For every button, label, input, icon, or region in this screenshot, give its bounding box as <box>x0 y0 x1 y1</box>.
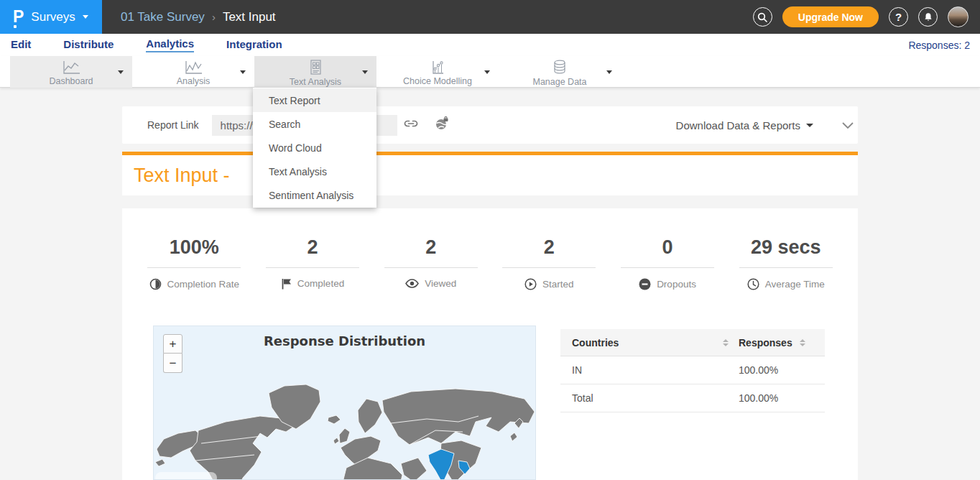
chevron-down-icon <box>806 124 813 127</box>
tab-text-analysis[interactable]: Text Analysis <box>254 56 376 88</box>
page-title: Text Input - <box>134 165 230 187</box>
eye-icon <box>405 279 419 288</box>
search-button[interactable] <box>753 7 772 27</box>
brand-menu[interactable]: P Surveys <box>0 0 102 34</box>
divider <box>266 267 359 268</box>
database-icon <box>551 59 568 76</box>
analytics-summary-card: 100% Completion Rate 2 Completed 2 Viewe… <box>122 208 858 480</box>
sort-icon[interactable] <box>800 339 805 346</box>
breadcrumb-separator: › <box>212 11 216 23</box>
column-header-responses[interactable]: Responses <box>739 337 825 349</box>
countries-table: Countries Responses IN 100.00% Total 100… <box>560 329 825 412</box>
divider <box>502 267 596 268</box>
map-zoom-in-button[interactable]: + <box>163 334 182 354</box>
table-row: Total 100.00% <box>560 384 825 412</box>
stat-label: Dropouts <box>657 279 696 290</box>
breadcrumb: 01 Take Survey › Text Input <box>121 10 276 24</box>
user-avatar[interactable] <box>948 6 969 27</box>
divider <box>147 267 241 268</box>
help-button[interactable]: ? <box>889 7 908 27</box>
tab-manage-data[interactable]: Manage Data <box>499 56 621 88</box>
stat-label: Viewed <box>425 278 456 289</box>
copy-link-icon[interactable] <box>403 117 419 133</box>
collapse-panel-chevron-icon[interactable] <box>842 119 854 131</box>
menu-item-text-analysis[interactable]: Text Analysis <box>253 160 376 183</box>
world-map[interactable] <box>154 380 536 480</box>
country-cell: Total <box>560 392 739 404</box>
play-circle-icon <box>524 278 537 290</box>
stat-value: 2 <box>425 237 436 259</box>
chevron-down-icon[interactable] <box>484 70 490 74</box>
tab-label: Text Analysis <box>290 77 341 87</box>
download-data-reports-dropdown[interactable]: Download Data & Reports <box>676 119 813 131</box>
responses-cell: 100.00% <box>739 392 825 404</box>
bell-icon <box>923 12 933 22</box>
breadcrumb-current-page: Text Input <box>223 10 276 24</box>
chevron-down-icon[interactable] <box>240 70 246 74</box>
nav-item-distribute[interactable]: Distribute <box>63 38 114 52</box>
analytics-toolbar: Dashboard Analysis Text Analysis Choice … <box>0 56 980 88</box>
sort-icon[interactable] <box>723 339 729 346</box>
upgrade-now-button[interactable]: Upgrade Now <box>782 6 879 27</box>
menu-item-text-report[interactable]: Text Report <box>253 88 376 112</box>
nav-item-edit[interactable]: Edit <box>11 38 31 52</box>
questionpro-logo-icon: P <box>13 9 24 25</box>
line-chart-icon <box>60 60 83 75</box>
text-analysis-dropdown-menu: Text Report Search Word Cloud Text Analy… <box>253 88 376 208</box>
product-name: Surveys <box>31 10 75 24</box>
breadcrumb-survey-link[interactable]: 01 Take Survey <box>121 10 205 24</box>
stat-viewed: 2 Viewed <box>371 237 490 290</box>
menu-item-sentiment-analysis[interactable]: Sentiment Analysis <box>253 183 376 207</box>
flag-icon <box>281 278 292 290</box>
trend-chart-icon <box>182 60 205 75</box>
column-label: Responses <box>739 337 792 349</box>
question-title-card: Text Input - <box>122 155 858 195</box>
map-zoom-controls: + − <box>163 334 182 373</box>
menu-item-search[interactable]: Search <box>253 112 376 136</box>
stat-completion-rate: 100% Completion Rate <box>135 237 254 290</box>
chevron-down-icon[interactable] <box>118 70 124 74</box>
tab-label: Analysis <box>177 76 211 86</box>
globe-lock-icon[interactable] <box>435 116 449 134</box>
table-row: IN 100.00% <box>560 356 825 384</box>
chevron-down-icon[interactable] <box>362 70 368 74</box>
column-label: Countries <box>572 337 619 349</box>
tab-choice-modelling[interactable]: Choice Modelling <box>376 56 499 88</box>
question-mark-icon: ? <box>895 11 902 23</box>
column-header-countries[interactable]: Countries <box>560 337 739 349</box>
responses-count: Responses: 2 <box>908 40 970 51</box>
tab-label: Manage Data <box>532 77 586 87</box>
stat-label: Average Time <box>765 279 825 290</box>
stat-label: Completed <box>297 278 344 289</box>
divider <box>384 267 478 268</box>
survey-stats-row: 100% Completion Rate 2 Completed 2 Viewe… <box>122 208 858 290</box>
chevron-down-icon[interactable] <box>606 70 612 74</box>
half-pie-icon <box>149 278 162 290</box>
notifications-button[interactable] <box>918 7 938 27</box>
top-bar: P Surveys 01 Take Survey › Text Input Up… <box>0 0 980 34</box>
minus-circle-icon <box>639 278 651 290</box>
nav-item-integration[interactable]: Integration <box>226 38 282 52</box>
tab-label: Choice Modelling <box>403 76 472 86</box>
survey-nav: Edit Distribute Analytics Integration Re… <box>0 34 980 56</box>
stat-label: Completion Rate <box>167 279 240 290</box>
chevron-down-icon <box>83 15 88 19</box>
divider <box>739 267 833 268</box>
stat-value: 2 <box>307 237 318 259</box>
clock-icon <box>747 278 759 290</box>
map-attribution <box>155 472 217 480</box>
report-link-bar: Report Link Download Data & Reports <box>122 106 858 144</box>
responses-cell: 100.00% <box>739 364 825 376</box>
response-distribution-map[interactable]: Response Distribution + − <box>153 326 536 480</box>
search-icon <box>757 12 767 22</box>
divider <box>621 267 714 268</box>
tab-analysis[interactable]: Analysis <box>132 56 254 88</box>
nav-item-analytics[interactable]: Analytics <box>146 37 194 52</box>
map-zoom-out-button[interactable]: − <box>163 354 182 373</box>
country-cell: IN <box>560 364 739 376</box>
menu-item-word-cloud[interactable]: Word Cloud <box>253 136 376 160</box>
stat-dropouts: 0 Dropouts <box>609 237 727 290</box>
tab-dashboard[interactable]: Dashboard <box>10 56 132 88</box>
tab-label: Dashboard <box>49 76 93 86</box>
scatter-chart-icon <box>426 60 449 75</box>
